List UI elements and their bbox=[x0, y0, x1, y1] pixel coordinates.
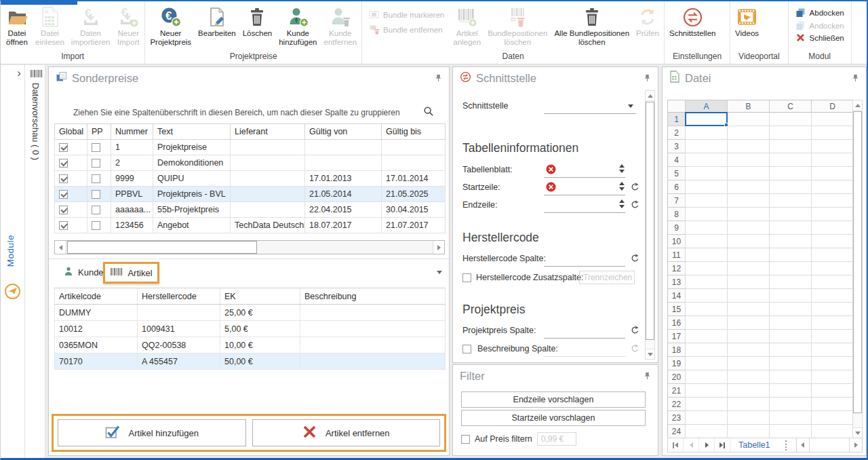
cell-b9[interactable] bbox=[728, 221, 770, 235]
sheet-next-button[interactable] bbox=[699, 438, 715, 452]
cell-b17[interactable] bbox=[728, 330, 770, 343]
sheet-hscrollbar[interactable] bbox=[796, 438, 862, 452]
module-plane-icon[interactable] bbox=[5, 284, 20, 299]
global-checkbox[interactable] bbox=[59, 190, 68, 199]
row-header-13[interactable]: 13 bbox=[668, 275, 686, 289]
cell-b22[interactable] bbox=[728, 398, 770, 411]
cell-c5[interactable] bbox=[770, 167, 812, 180]
row-header-3[interactable]: 3 bbox=[668, 140, 686, 153]
cell-c4[interactable] bbox=[770, 153, 812, 167]
cell-c14[interactable] bbox=[770, 289, 812, 303]
column-header-pp[interactable]: PP bbox=[87, 124, 111, 140]
cell-c22[interactable] bbox=[770, 398, 812, 411]
cell-d20[interactable] bbox=[812, 370, 854, 384]
cell-b20[interactable] bbox=[728, 370, 770, 384]
cell-c20[interactable] bbox=[770, 370, 812, 384]
spinner[interactable] bbox=[619, 199, 625, 208]
scrollbar-thumb[interactable] bbox=[67, 241, 257, 254]
cell-d11[interactable] bbox=[812, 248, 854, 262]
cell-b7[interactable] bbox=[728, 194, 770, 208]
cell-c17[interactable] bbox=[770, 330, 812, 343]
cell-d15[interactable] bbox=[812, 303, 854, 316]
cell-c7[interactable] bbox=[770, 194, 812, 208]
row-header-23[interactable]: 23 bbox=[668, 411, 686, 425]
row-header-14[interactable]: 14 bbox=[668, 289, 686, 303]
cell-a11[interactable] bbox=[686, 248, 728, 262]
row-header-9[interactable]: 9 bbox=[668, 221, 686, 235]
datei-vscrollbar[interactable] bbox=[852, 100, 863, 438]
scroll-right-arrow[interactable] bbox=[850, 438, 862, 452]
cell-a14[interactable] bbox=[686, 289, 728, 303]
cell-b10[interactable] bbox=[728, 235, 770, 248]
cell-b4[interactable] bbox=[728, 153, 770, 167]
cell-d7[interactable] bbox=[812, 194, 854, 208]
column-header-text[interactable]: Text bbox=[153, 124, 231, 140]
row-header-6[interactable]: 6 bbox=[668, 180, 686, 194]
ribbon-button-bearbeiten[interactable]: Bearbeiten bbox=[195, 4, 239, 39]
cell-b8[interactable] bbox=[728, 208, 770, 221]
cell-a7[interactable] bbox=[686, 194, 728, 208]
cell-b14[interactable] bbox=[728, 289, 770, 303]
ribbon-button-datei-ffnen[interactable]: Datei öffnen bbox=[2, 4, 32, 47]
table-row[interactable]: 1001210094315,00 € bbox=[55, 321, 446, 337]
cell-a3[interactable] bbox=[686, 140, 728, 153]
spreadsheet-grid[interactable]: ABCD123456789101112131415161718192021222… bbox=[667, 100, 854, 438]
pp-checkbox[interactable] bbox=[92, 190, 100, 199]
group-by-area[interactable]: Ziehen Sie eine Spaltenüberschrift in di… bbox=[57, 105, 441, 120]
cell-b1[interactable] bbox=[728, 113, 770, 126]
cell-d19[interactable] bbox=[812, 357, 854, 370]
row-header-15[interactable]: 15 bbox=[668, 303, 686, 316]
cell-c12[interactable] bbox=[770, 262, 812, 275]
sheet-last-button[interactable] bbox=[715, 438, 730, 452]
pp-checkbox[interactable] bbox=[92, 206, 100, 214]
cell-b23[interactable] bbox=[728, 411, 770, 425]
refresh-icon[interactable] bbox=[631, 183, 639, 191]
herstellercode-spalte-input[interactable] bbox=[544, 252, 625, 267]
scroll-up-arrow[interactable] bbox=[853, 100, 862, 111]
scrollbar-thumb[interactable] bbox=[853, 111, 862, 413]
cell-a6[interactable] bbox=[686, 180, 728, 194]
auf-preis-filtern-checkbox[interactable] bbox=[461, 435, 470, 444]
scroll-down-arrow[interactable] bbox=[853, 427, 862, 438]
sonderpreise-hscrollbar[interactable] bbox=[54, 240, 445, 254]
cell-b5[interactable] bbox=[728, 167, 770, 180]
tab-kunde[interactable]: Kunde bbox=[64, 267, 104, 278]
sidebar-expand-chevron[interactable]: › bbox=[17, 66, 21, 80]
endzeile-vorschlagen-button[interactable]: Endzeile vorschlagen bbox=[461, 391, 646, 408]
table-row[interactable]: DUMMY25,00 € bbox=[55, 305, 446, 321]
row-header-16[interactable]: 16 bbox=[668, 316, 686, 330]
ribbon-button-videos[interactable]: Videos bbox=[732, 4, 762, 39]
row-header-2[interactable]: 2 bbox=[668, 126, 686, 140]
schnittstelle-vscrollbar[interactable] bbox=[645, 90, 655, 360]
search-icon[interactable] bbox=[423, 106, 434, 119]
global-checkbox[interactable] bbox=[59, 174, 68, 183]
ribbon-button-schnittstellen[interactable]: Schnittstellen bbox=[666, 4, 719, 39]
cell-d18[interactable] bbox=[812, 343, 854, 357]
ribbon-button-kunde-hinzuf-gen[interactable]: Kunde hinzufügen bbox=[275, 4, 320, 47]
ribbon-button-neuer-projektpreis[interactable]: €Neuer Projektpreis bbox=[146, 4, 195, 47]
row-header-7[interactable]: 7 bbox=[668, 194, 686, 208]
cell-b12[interactable] bbox=[728, 262, 770, 275]
scrollbar-thumb[interactable] bbox=[646, 102, 654, 340]
cell-d13[interactable] bbox=[812, 275, 854, 289]
cell-a21[interactable] bbox=[686, 384, 728, 398]
pp-checkbox[interactable] bbox=[92, 159, 100, 168]
cell-a22[interactable] bbox=[686, 398, 728, 411]
cell-d17[interactable] bbox=[812, 330, 854, 343]
scroll-left-arrow[interactable] bbox=[797, 438, 809, 452]
cell-d8[interactable] bbox=[812, 208, 854, 221]
cell-c19[interactable] bbox=[770, 357, 812, 370]
row-header-20[interactable]: 20 bbox=[668, 370, 686, 384]
tab-splitter-handle[interactable] bbox=[785, 440, 792, 451]
cell-a19[interactable] bbox=[686, 357, 728, 370]
pp-checkbox[interactable] bbox=[92, 143, 100, 152]
cell-b3[interactable] bbox=[728, 140, 770, 153]
column-header-g-ltig-von[interactable]: Gültig von bbox=[305, 124, 382, 140]
column-header-g-ltig-bis[interactable]: Gültig bis bbox=[382, 124, 446, 140]
cell-d5[interactable] bbox=[812, 167, 854, 180]
startzeile-vorschlagen-button[interactable]: Startzeile vorschlagen bbox=[461, 410, 646, 426]
cell-a15[interactable] bbox=[686, 303, 728, 316]
ribbon-button-abdocken[interactable]: Abdocken bbox=[795, 7, 844, 18]
cell-d16[interactable] bbox=[812, 316, 854, 330]
cell-a8[interactable] bbox=[686, 208, 728, 221]
